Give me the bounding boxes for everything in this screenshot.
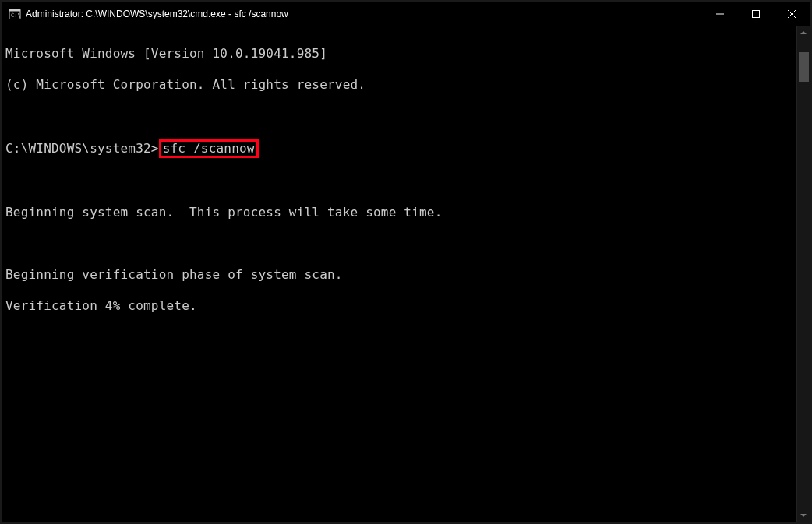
cmd-icon: C:\ (9, 8, 21, 20)
prompt-text: C:\WINDOWS\system32> (5, 141, 159, 156)
svg-rect-1 (9, 9, 20, 12)
console-line: Microsoft Windows [Version 10.0.19041.98… (5, 46, 793, 62)
maximize-button[interactable] (738, 2, 774, 26)
scroll-thumb[interactable] (799, 52, 809, 82)
vertical-scrollbar[interactable] (796, 26, 810, 522)
client-area: Microsoft Windows [Version 10.0.19041.98… (2, 26, 810, 522)
svg-marker-7 (800, 31, 807, 34)
console-line: (c) Microsoft Corporation. All rights re… (5, 77, 793, 93)
console-prompt-line: C:\WINDOWS\system32>sfc /scannow (5, 139, 793, 158)
console-line (5, 236, 793, 251)
svg-rect-4 (753, 11, 760, 18)
console-line: Beginning verification phase of system s… (5, 267, 793, 283)
svg-text:C:\: C:\ (11, 12, 21, 19)
titlebar[interactable]: C:\ Administrator: C:\WINDOWS\system32\c… (2, 2, 810, 26)
close-button[interactable] (774, 2, 810, 26)
console-line: Verification 4% complete. (5, 298, 793, 314)
scroll-down-arrow-icon[interactable] (797, 508, 810, 522)
console-line (5, 108, 793, 124)
svg-marker-8 (800, 514, 807, 517)
highlighted-command: sfc /scannow (159, 139, 259, 158)
console-line: Beginning system scan. This process will… (5, 205, 793, 220)
minimize-button[interactable] (702, 2, 738, 26)
scroll-up-arrow-icon[interactable] (797, 26, 810, 39)
cmd-window: C:\ Administrator: C:\WINDOWS\system32\c… (2, 2, 810, 522)
console-line (5, 174, 793, 189)
console-output[interactable]: Microsoft Windows [Version 10.0.19041.98… (2, 26, 796, 522)
window-title: Administrator: C:\WINDOWS\system32\cmd.e… (26, 9, 288, 19)
